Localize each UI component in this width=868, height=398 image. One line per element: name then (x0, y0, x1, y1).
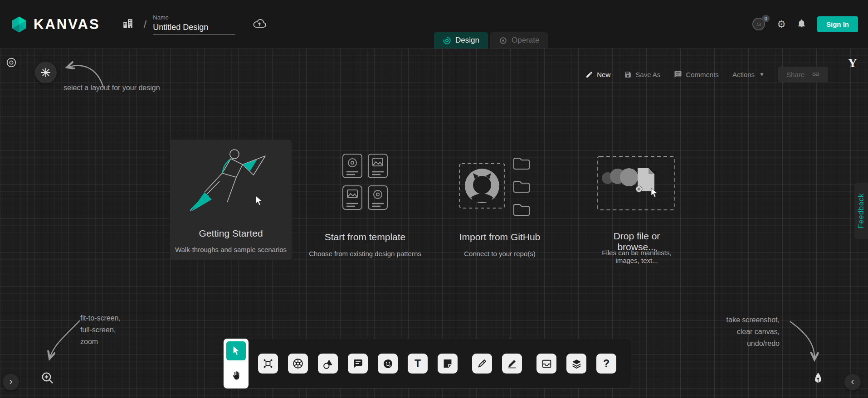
question-mark-icon: ? (603, 358, 610, 370)
shapes-tool[interactable] (318, 354, 338, 374)
logo-text: KANVAS (34, 16, 100, 33)
card-title: Start from template (305, 232, 425, 243)
actions-dropdown[interactable]: Actions ▼ (732, 71, 765, 78)
expand-left-panel-button[interactable]: › (3, 374, 19, 390)
card-subtitle: Files can be manifests, images, text... (596, 249, 678, 264)
sticky-note-icon (442, 358, 453, 369)
github-import-icon (448, 154, 552, 222)
design-name-field: Name (153, 14, 235, 35)
cloud-save-icon[interactable] (253, 19, 266, 30)
feedback-tab[interactable]: Feedback (854, 183, 868, 239)
card-start-from-template[interactable]: Start from template Choose from existing… (305, 154, 425, 258)
hint-line: zoom (80, 336, 121, 348)
hint-line: take screenshot, (727, 314, 780, 326)
card-title: Import from GitHub (448, 232, 552, 243)
drop-file-icon (596, 153, 678, 216)
y-logo: Y (848, 56, 857, 70)
layout-hint-text: select a layout for your design (63, 84, 160, 92)
hint-line: clear canvas, (727, 326, 780, 338)
comments-icon (674, 70, 682, 78)
bottom-right-hint: take screenshot, clear canvas, undo/redo (727, 314, 780, 349)
save-icon (624, 71, 632, 78)
hand-icon (231, 370, 242, 381)
sign-in-button[interactable]: Sign In (817, 16, 858, 32)
actions-label: Actions (732, 71, 755, 78)
drawer-tool[interactable] (536, 354, 556, 374)
tab-design[interactable]: Design (434, 32, 488, 49)
template-cards-icon (342, 154, 388, 212)
kubernetes-tool[interactable] (288, 354, 308, 374)
layers-icon (571, 358, 582, 369)
settings-gear-icon[interactable]: ⚙ (777, 19, 786, 29)
design-tab-icon (443, 36, 451, 45)
hint-line: fit-to-screen, (80, 312, 121, 324)
pen-tool[interactable] (472, 354, 492, 374)
card-subtitle: Walk-throughs and sample scenarios (170, 246, 292, 253)
note-tool[interactable] (438, 354, 458, 374)
card-title: Getting Started (170, 228, 292, 239)
kanvas-logo: KANVAS (10, 15, 100, 34)
screenshot-tools-button[interactable] (809, 369, 827, 387)
pencil-icon (507, 358, 517, 369)
comment-tool[interactable] (348, 354, 368, 374)
name-label: Name (153, 14, 235, 21)
bottom-left-hint: fit-to-screen, full-screen, zoom (80, 312, 121, 348)
text-icon: T (414, 358, 421, 370)
chevron-down-icon: ▼ (759, 71, 765, 78)
hint-line: undo/redo (727, 338, 780, 349)
shapes-icon (322, 358, 334, 369)
tool-dock: T (223, 339, 631, 388)
pointer-tool-column (224, 339, 249, 388)
meshery-spinner-icon (5, 57, 17, 70)
notification-count-badge: 0 (762, 15, 770, 22)
media-tool[interactable] (378, 354, 398, 374)
drawer-icon (541, 358, 552, 369)
design-canvas[interactable]: Y select a layout for your design New Sa… (0, 49, 868, 398)
user-avatar[interactable]: ☺ 0 (752, 18, 766, 31)
card-drop-file[interactable]: Drop file or browse... Files can be mani… (596, 153, 678, 258)
save-as-button[interactable]: Save As (624, 71, 660, 78)
top-bar: KANVAS / Name Design Operate (0, 0, 868, 49)
text-tool[interactable]: T (408, 354, 428, 374)
feedback-label: Feedback (857, 193, 865, 228)
components-tool[interactable] (258, 354, 278, 374)
comments-button[interactable]: Comments (674, 70, 719, 78)
operate-tab-icon (499, 36, 507, 45)
notifications-bell-icon[interactable] (797, 18, 806, 30)
collapse-right-panel-button[interactable]: ‹ (844, 374, 861, 390)
select-tool[interactable] (226, 341, 246, 360)
pan-tool[interactable] (224, 363, 249, 388)
tab-operate[interactable]: Operate (490, 32, 548, 49)
card-getting-started[interactable]: Getting Started Walk-throughs and sample… (170, 140, 292, 260)
new-button[interactable]: New (585, 71, 610, 78)
folder-icons (514, 158, 529, 215)
canvas-toolbar: New Save As Comments Actions ▼ Share (585, 67, 828, 82)
help-button[interactable]: ? (596, 354, 616, 374)
select-cursor-icon (232, 346, 240, 355)
design-tab-label: Design (455, 36, 479, 45)
layout-select-button[interactable] (35, 62, 57, 83)
card-import-from-github[interactable]: Import from GitHub Connect to your repo(… (448, 154, 552, 258)
operate-tab-label: Operate (512, 36, 539, 45)
pencil-tool[interactable] (502, 354, 522, 374)
pen-nib-icon (812, 371, 824, 384)
component-icon (263, 358, 273, 369)
pencil-icon (585, 71, 593, 78)
link-icon (812, 70, 820, 78)
comment-icon (352, 358, 363, 369)
layers-tool[interactable] (566, 354, 586, 374)
share-button[interactable]: Share (778, 67, 828, 82)
getting-started-illustration (176, 142, 285, 222)
zoom-button[interactable] (39, 369, 56, 387)
kubernetes-helm-icon (292, 358, 304, 369)
card-subtitle: Choose from existing design patterns (305, 250, 425, 257)
cursor-pointer-icon (254, 196, 263, 206)
snowflake-icon (40, 67, 51, 78)
new-label: New (597, 71, 610, 78)
share-label: Share (786, 71, 805, 78)
organization-icon[interactable] (122, 18, 134, 31)
pen-icon (477, 358, 488, 369)
hint-line: full-screen, (80, 324, 121, 336)
design-name-input[interactable] (153, 22, 235, 35)
kanvas-logo-icon (10, 15, 28, 34)
